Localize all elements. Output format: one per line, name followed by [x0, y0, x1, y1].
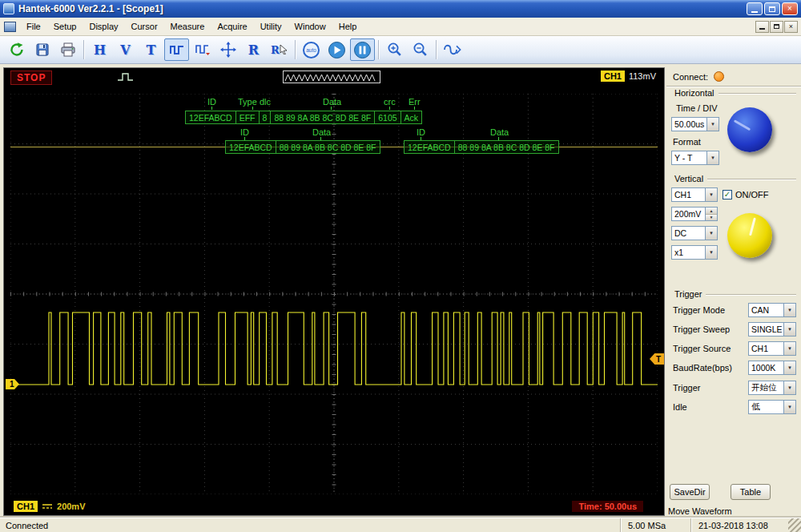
maximize-icon: [769, 6, 775, 12]
spin-up-icon[interactable]: ▲: [706, 208, 717, 215]
save-button[interactable]: [30, 38, 54, 61]
frame-dlc: 8: [259, 111, 271, 123]
scope-bottom-bar: CH1 200mV Time: 50.00us: [4, 499, 664, 515]
menu-cursor[interactable]: Cursor: [125, 18, 164, 34]
horizontal-section-title: Horizontal: [674, 88, 714, 98]
connect-label: Connect:: [673, 72, 708, 82]
can-frame-3[interactable]: 12EFABCD 88 89 8A 8B 8C 8D 8E 8F: [404, 140, 559, 154]
child-close-button[interactable]: ×: [784, 21, 798, 33]
decode-button[interactable]: [164, 38, 189, 61]
channel-onoff-checkbox[interactable]: ✓: [723, 190, 732, 200]
zoom-out-button[interactable]: [408, 38, 433, 61]
menu-measure[interactable]: Measure: [164, 18, 211, 34]
run-button[interactable]: [324, 38, 349, 61]
menu-utility[interactable]: Utility: [254, 18, 288, 34]
time-per-div-badge: Time: 50.00us: [572, 501, 643, 512]
idle-select[interactable]: 低 ▼: [748, 400, 796, 414]
digital-wave-button[interactable]: [190, 38, 215, 61]
channel-select[interactable]: CH1 ▼: [671, 187, 718, 202]
sample-rate: 5.00 MSa: [620, 518, 690, 532]
record-play-button[interactable]: R: [267, 38, 292, 61]
square-wave-icon: [169, 42, 185, 57]
frame-id: 12EFABCD: [405, 141, 454, 153]
channel-badge: CH1: [14, 501, 38, 512]
trigger-level-button[interactable]: T: [139, 38, 163, 61]
volts-div-spinner[interactable]: 200mV ▲▼: [671, 207, 718, 221]
svg-text:auto: auto: [306, 47, 316, 53]
zoom-in-button[interactable]: [382, 38, 407, 61]
record-button[interactable]: R: [241, 38, 266, 61]
toolbar-separator: [378, 40, 379, 59]
print-button[interactable]: [55, 38, 80, 61]
chevron-down-icon: ▼: [783, 342, 795, 355]
waveform-scroll-button[interactable]: [440, 38, 465, 61]
trigger-sweep-select[interactable]: SINGLE ▼: [748, 322, 796, 337]
table-button[interactable]: Table: [731, 484, 771, 500]
menu-display[interactable]: Display: [83, 18, 124, 34]
chevron-down-icon: ▼: [783, 401, 795, 413]
title-bar: Hantek-6000 Ver2.2.1 - [Scope1] ×: [0, 0, 801, 18]
menu-help[interactable]: Help: [332, 18, 364, 34]
coupling-select[interactable]: DC ▼: [671, 226, 718, 240]
trigger-source-select[interactable]: CH1 ▼: [748, 341, 796, 356]
decode-col-id: ID: [207, 97, 216, 107]
format-select[interactable]: Y - T ▼: [671, 151, 719, 165]
resize-grip[interactable]: [788, 518, 801, 532]
can-frame-1[interactable]: 12EFABCD EFF 8 88 89 8A 8B 8C 8D 8E 8F 6…: [185, 111, 422, 124]
vertical-knob[interactable]: [727, 213, 772, 258]
menu-acquire[interactable]: Acquire: [211, 18, 253, 34]
horizontal-cursor-button[interactable]: H: [87, 38, 112, 61]
trigger-mode-select[interactable]: CAN ▼: [748, 303, 796, 317]
time-div-select[interactable]: 50.00us ▼: [671, 117, 719, 131]
minimize-icon: [751, 11, 758, 13]
savedir-button[interactable]: SaveDir: [670, 484, 710, 500]
menu-file[interactable]: File: [20, 18, 47, 34]
baudrate-label: BaudRate(bps): [673, 363, 732, 373]
application-window: Hantek-6000 Ver2.2.1 - [Scope1] × File S…: [0, 0, 801, 532]
toolbar-separator: [436, 40, 437, 59]
scope-plot[interactable]: ID Type dlc Data crc Err 12EFABCD EFF 8 …: [10, 94, 658, 494]
probe-select[interactable]: x1 ▼: [671, 245, 718, 260]
document-icon[interactable]: [4, 22, 16, 32]
pause-icon: [353, 41, 372, 59]
trigger-mode-label: Trigger Mode: [673, 305, 725, 315]
zoom-in-icon: [387, 42, 403, 58]
maximize-button[interactable]: [764, 2, 780, 15]
close-button[interactable]: ×: [782, 2, 798, 15]
vertical-cursor-button[interactable]: V: [113, 38, 138, 61]
scope-display: STOP CH1 113mV ID: [3, 67, 665, 516]
menu-window[interactable]: Window: [288, 18, 332, 34]
child-minimize-button[interactable]: [755, 21, 769, 33]
toolbar-separator: [83, 40, 84, 59]
minimize-button[interactable]: [747, 2, 763, 15]
spinner-arrows[interactable]: ▲▼: [705, 208, 717, 220]
channel-badge: CH1: [601, 71, 625, 82]
autoset-button[interactable]: auto: [299, 38, 324, 61]
connect-status-icon: [714, 71, 724, 82]
print-icon: [60, 42, 76, 57]
cross-arrows-icon: [220, 42, 236, 58]
window-title: Hantek-6000 Ver2.2.1 - [Scope1]: [18, 3, 745, 14]
time-div-label: Time / DIV: [676, 103, 718, 113]
decode-col-type-dlc: Type dlc: [238, 97, 271, 107]
pan-xy-button[interactable]: [215, 38, 240, 61]
run-state-indicator: STOP: [10, 71, 52, 85]
trigger-condition-select[interactable]: 开始位 ▼: [748, 381, 796, 395]
frame-data: 88 89 8A 8B 8C 8D 8E 8F: [270, 111, 374, 123]
child-restore-button[interactable]: [770, 21, 783, 33]
baudrate-select[interactable]: 1000K ▼: [748, 361, 796, 375]
chevron-down-icon: ▼: [783, 304, 795, 316]
pause-button[interactable]: [350, 38, 375, 61]
can-frame-2[interactable]: 12EFABCD 88 89 8A 8B 8C 8D 8E 8F: [225, 140, 380, 154]
menu-setup[interactable]: Setup: [47, 18, 83, 34]
acquisition-status-strip: STOP CH1 113mV: [4, 68, 664, 86]
cursor-arrow-icon: [280, 45, 288, 54]
spin-down-icon[interactable]: ▼: [706, 215, 717, 221]
horizontal-knob[interactable]: [727, 107, 772, 152]
datetime: 21-03-2018 13:08: [690, 518, 788, 532]
frame-data: 88 89 8A 8B 8C 8D 8E 8F: [276, 141, 380, 153]
waveform-position-preview[interactable]: [283, 71, 380, 83]
onoff-label: ON/OFF: [735, 190, 769, 200]
trigger-section-title: Trigger: [674, 289, 702, 299]
refresh-connect-button[interactable]: [4, 38, 29, 61]
